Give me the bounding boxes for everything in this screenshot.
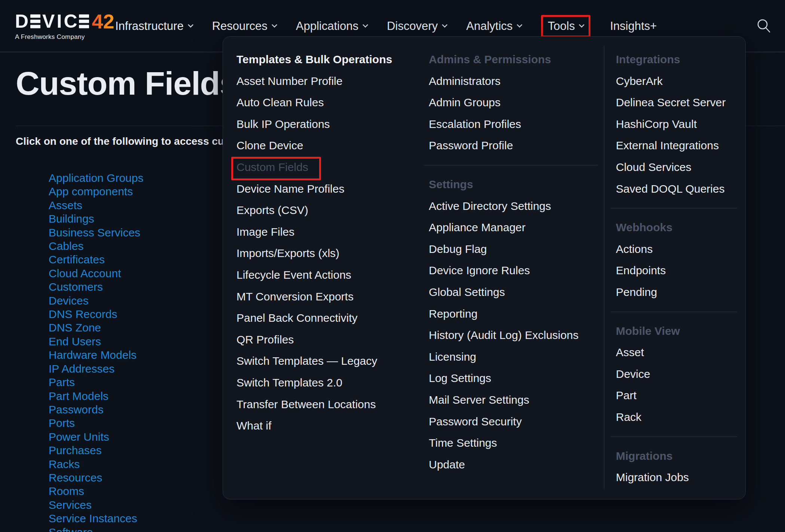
menu-row-label: Password Security	[429, 415, 522, 428]
nav-item[interactable]: Analytics	[466, 19, 522, 33]
menu-item[interactable]: What if	[236, 415, 415, 437]
menu-item[interactable]: HashiCorp Vault	[616, 113, 740, 135]
menu-item[interactable]: Debug Flag	[429, 238, 601, 260]
menu-item[interactable]: Mail Server Settings	[429, 389, 601, 411]
chevron-down-icon	[363, 22, 369, 28]
menu-item[interactable]: Switch Templates — Legacy	[236, 350, 415, 372]
custom-fields-link[interactable]: Customers	[49, 280, 143, 294]
menu-item[interactable]: Password Profile	[429, 135, 601, 156]
custom-fields-link[interactable]: Cables	[49, 239, 143, 253]
custom-fields-link[interactable]: Racks	[49, 458, 143, 471]
menu-item[interactable]: Device	[616, 363, 740, 385]
menu-item[interactable]: Administrators	[429, 70, 601, 92]
custom-fields-link[interactable]: Purchases	[49, 444, 143, 457]
menu-item[interactable]: Lifecycle Event Actions	[236, 264, 415, 286]
menu-item[interactable]: Time Settings	[429, 432, 601, 454]
custom-fields-link[interactable]: Business Services	[49, 226, 143, 239]
custom-fields-link[interactable]: Resources	[49, 471, 143, 484]
menu-row-label: Actions	[616, 243, 653, 255]
menu-item[interactable]: Imports/Exports (xls)	[236, 242, 415, 264]
custom-fields-link[interactable]: Buildings	[49, 212, 143, 226]
menu-item[interactable]: Update	[429, 454, 601, 476]
custom-fields-link[interactable]: DNS Records	[49, 308, 143, 321]
nav-item[interactable]: Resources	[212, 19, 277, 33]
menu-row-label: Update	[429, 458, 465, 471]
menu-item[interactable]: Exports (CSV)	[236, 199, 415, 221]
menu-item[interactable]: Auto Clean Rules	[236, 92, 415, 113]
list-item: Software	[49, 526, 143, 532]
menu-item[interactable]: Saved DOQL Queries	[616, 178, 740, 200]
menu-item[interactable]: Asset	[616, 342, 740, 363]
menu-item[interactable]: Escalation Profiles	[429, 113, 601, 135]
menu-item[interactable]: Device Ignore Rules	[429, 260, 601, 281]
menu-item-current[interactable]: Custom Fields	[236, 156, 415, 178]
menu-item[interactable]: Part	[616, 385, 740, 406]
menu-item[interactable]: Image Files	[236, 221, 415, 243]
list-item: Buildings	[49, 212, 143, 226]
custom-fields-link[interactable]: Service Instances	[49, 512, 143, 525]
custom-fields-link[interactable]: DNS Zone	[49, 321, 143, 334]
custom-fields-link[interactable]: Software	[49, 526, 143, 532]
menu-section-header: Integrations	[616, 49, 740, 70]
menu-item[interactable]: Switch Templates 2.0	[236, 372, 415, 394]
menu-item[interactable]: CyberArk	[616, 70, 740, 92]
nav-item-label: Resources	[212, 19, 268, 33]
menu-item[interactable]: Appliance Manager	[429, 217, 601, 238]
menu-item[interactable]: QR Profiles	[236, 329, 415, 351]
menu-row-label: Settings	[429, 178, 473, 190]
menu-item[interactable]: External Integrations	[616, 135, 740, 156]
menu-item[interactable]: Licensing	[429, 346, 601, 368]
menu-item[interactable]: Cloud Services	[616, 156, 740, 178]
custom-fields-link[interactable]: Certificates	[49, 253, 143, 266]
nav-item-label: Tools	[548, 19, 575, 33]
menu-item[interactable]: Migration Jobs	[616, 467, 740, 488]
custom-fields-link[interactable]: Ports	[49, 416, 143, 430]
nav-item[interactable]: Insights+	[610, 19, 657, 33]
menu-item[interactable]: History (Audit Log) Exclusions	[429, 324, 601, 346]
search-button[interactable]	[755, 17, 772, 34]
menu-item[interactable]: Password Security	[429, 411, 601, 432]
nav-item[interactable]: Discovery	[387, 19, 447, 33]
custom-fields-link[interactable]: Services	[49, 498, 143, 512]
nav-item[interactable]: Infrastructure	[115, 19, 193, 33]
menu-item[interactable]: Rack	[616, 406, 740, 428]
menu-item[interactable]: MT Conversion Exports	[236, 286, 415, 308]
menu-item[interactable]: Pending	[616, 281, 740, 303]
menu-row-label: Delinea Secret Server	[616, 96, 726, 108]
nav-item[interactable]: Applications	[296, 19, 367, 33]
menu-item[interactable]: Global Settings	[429, 281, 601, 303]
custom-fields-link[interactable]: End Users	[49, 335, 143, 348]
custom-fields-link[interactable]: Rooms	[49, 484, 143, 498]
menu-row-label: Imports/Exports (xls)	[236, 247, 339, 259]
menu-item[interactable]: Active Directory Settings	[429, 195, 601, 217]
menu-item[interactable]: Actions	[616, 238, 740, 260]
menu-item[interactable]: Endpoints	[616, 260, 740, 281]
custom-fields-link[interactable]: Power Units	[49, 430, 143, 444]
menu-item[interactable]: Asset Number Profile	[236, 70, 415, 92]
custom-fields-link[interactable]: Passwords	[49, 403, 143, 416]
custom-fields-link[interactable]: Devices	[49, 294, 143, 308]
list-item: Customers	[49, 280, 143, 294]
menu-item[interactable]: Delinea Secret Server	[616, 92, 740, 113]
menu-row-label: QR Profiles	[236, 333, 294, 346]
menu-column-templates: Templates & Bulk Operations Asset Number…	[236, 37, 415, 437]
menu-item[interactable]: Log Settings	[429, 367, 601, 389]
menu-item[interactable]: Panel Back Connectivity	[236, 307, 415, 329]
menu-item[interactable]: Bulk IP Operations	[236, 113, 415, 135]
menu-item[interactable]: Device Name Profiles	[236, 178, 415, 200]
list-item: Certificates	[49, 253, 143, 266]
custom-fields-link[interactable]: Parts	[49, 376, 143, 389]
menu-item[interactable]: Clone Device	[236, 135, 415, 156]
device42-logo[interactable]: D V I C 42 A Freshworks Company	[15, 11, 114, 41]
menu-item[interactable]: Transfer Between Locations	[236, 394, 415, 415]
custom-fields-link[interactable]: Hardware Models	[49, 348, 143, 362]
custom-fields-link[interactable]: Application Groups	[49, 171, 143, 185]
menu-item[interactable]: Admin Groups	[429, 92, 601, 113]
custom-fields-link[interactable]: Part Models	[49, 389, 143, 403]
custom-fields-link[interactable]: Assets	[49, 199, 143, 212]
nav-item[interactable]: Tools	[541, 15, 590, 37]
custom-fields-link[interactable]: App components	[49, 185, 143, 198]
custom-fields-link[interactable]: Cloud Account	[49, 267, 143, 280]
menu-item[interactable]: Reporting	[429, 303, 601, 325]
custom-fields-link[interactable]: IP Addresses	[49, 362, 143, 376]
